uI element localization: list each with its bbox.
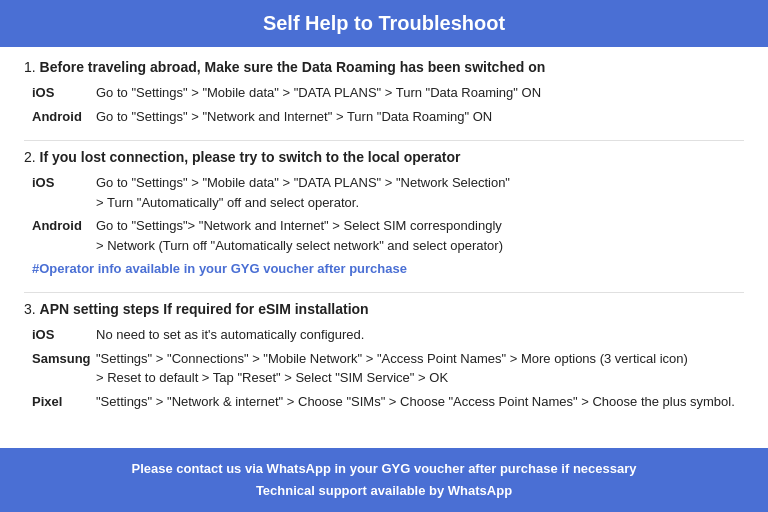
section-3-samsung: Samsung "Settings" > "Connections" > "Mo… [24, 347, 744, 390]
section-2-ios: iOS Go to "Settings" > "Mobile data" > "… [24, 171, 744, 214]
section-3-title: 3. APN setting steps If required for eSI… [24, 301, 744, 317]
section-1-ios: iOS Go to "Settings" > "Mobile data" > "… [24, 81, 744, 105]
page-title: Self Help to Troubleshoot [20, 12, 748, 35]
main-content: 1. Before traveling abroad, Make sure th… [0, 47, 768, 435]
section-2-android: Android Go to "Settings"> "Network and I… [24, 214, 744, 257]
section-2-highlight: #Operator info available in your GYG vou… [24, 257, 744, 280]
section-1: 1. Before traveling abroad, Make sure th… [24, 59, 744, 128]
section-1-android: Android Go to "Settings" > "Network and … [24, 105, 744, 129]
divider-1 [24, 140, 744, 141]
section-2-title: 2. If you lost connection, please try to… [24, 149, 744, 165]
footer-line2: Technical support available by WhatsApp [20, 480, 748, 502]
section-3-pixel: Pixel "Settings" > "Network & internet" … [24, 390, 744, 414]
section-3: 3. APN setting steps If required for eSI… [24, 301, 744, 413]
section-2: 2. If you lost connection, please try to… [24, 149, 744, 280]
section-3-ios: iOS No need to set as it's automatically… [24, 323, 744, 347]
footer-line1: Please contact us via WhatsApp in your G… [20, 458, 748, 480]
section-1-title: 1. Before traveling abroad, Make sure th… [24, 59, 744, 75]
footer: Please contact us via WhatsApp in your G… [0, 448, 768, 512]
divider-2 [24, 292, 744, 293]
header: Self Help to Troubleshoot [0, 0, 768, 47]
